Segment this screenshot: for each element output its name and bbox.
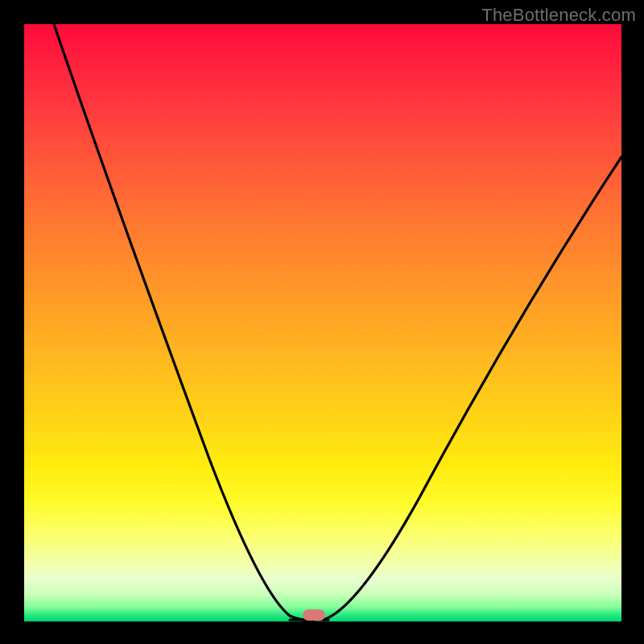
plot-area [24, 24, 621, 621]
bottleneck-curve [24, 24, 621, 621]
watermark-text: TheBottleneck.com [481, 5, 636, 26]
chart-frame: TheBottleneck.com [0, 0, 644, 644]
optimal-marker [303, 609, 325, 621]
